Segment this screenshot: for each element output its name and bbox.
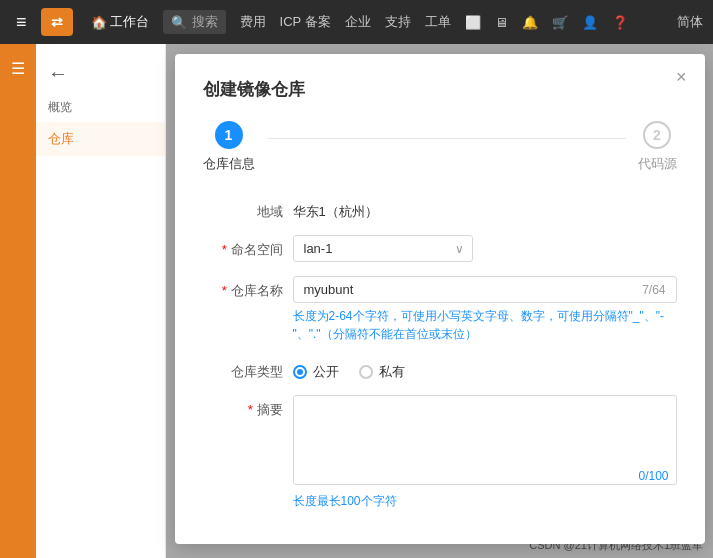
repo-type-label: 仓库类型 [203,357,283,381]
repo-name-input[interactable]: myubunt 7/64 [293,276,677,303]
left-panel-item-repo[interactable]: 仓库 [36,122,165,156]
radio-group: 公开 私有 [293,357,677,381]
namespace-select[interactable]: lan-1 ∨ [293,235,473,262]
repo-name-control: myubunt 7/64 长度为2-64个字符，可使用小写英文字母、数字，可使用… [293,276,677,343]
summary-label: 摘要 [203,395,283,419]
nav-items: 🏠 工作台 🔍 搜索 费用 ICP 备案 企业 支持 工单 ⬜ 🖥 🔔 🛒 👤 … [91,10,628,34]
modal-close-button[interactable]: × [676,68,687,86]
repo-type-control: 公开 私有 [293,357,677,381]
nav-search[interactable]: 🔍 搜索 [163,10,226,34]
sidebar: ☰ [0,44,36,558]
nav-user[interactable]: 👤 [582,15,598,30]
repo-name-value: myubunt [304,282,354,297]
nav-ticket[interactable]: 工单 [425,13,451,31]
navbar: ≡ ⇄ 🏠 工作台 🔍 搜索 费用 ICP 备案 企业 支持 工单 ⬜ 🖥 🔔 … [0,0,713,44]
radio-public-label: 公开 [313,363,339,381]
logo[interactable]: ⇄ [41,8,73,36]
nav-home[interactable]: 🏠 工作台 [91,13,149,31]
namespace-arrow: ∨ [455,242,464,256]
nav-support[interactable]: 支持 [385,13,411,31]
step-1-label: 仓库信息 [203,155,255,173]
main-layout: ☰ ← 概览 仓库 × 创建镜像仓库 1 仓库信息 [0,44,713,558]
step-1: 1 仓库信息 [203,121,255,173]
nav-icon1[interactable]: ⬜ [465,15,481,30]
nav-lang[interactable]: 简体 [677,13,703,31]
nav-bell[interactable]: 🔔 [522,15,538,30]
namespace-value: lan-1 [304,241,333,256]
textarea-wrapper: 0/100 [293,395,677,489]
form-row-repo-type: 仓库类型 公开 [203,357,677,381]
step-2-circle: 2 [643,121,671,149]
form: 地域 华东1（杭州） 命名空间 lan-1 ∨ [203,197,677,510]
repo-name-hint: 长度为2-64个字符，可使用小写英文字母、数字，可使用分隔符"_"、"-"、".… [293,307,677,343]
repo-name-label: 仓库名称 [203,276,283,300]
left-section-label: 概览 [36,93,165,122]
step-1-circle: 1 [215,121,243,149]
summary-counter: 0/100 [638,469,668,483]
menu-icon[interactable]: ≡ [10,8,33,37]
summary-control: 0/100 长度最长100个字符 [293,395,677,510]
nav-fee[interactable]: 费用 [240,13,266,31]
steps: 1 仓库信息 2 代码源 [203,121,677,173]
form-row-summary: 摘要 0/100 长度最长100个字符 [203,395,677,510]
sidebar-menu-icon[interactable]: ☰ [6,54,30,83]
left-panel: ← 概览 仓库 [36,44,166,558]
radio-public[interactable]: 公开 [293,363,339,381]
nav-icp[interactable]: ICP 备案 [280,13,331,31]
step-2: 2 代码源 [638,121,677,173]
nav-enterprise[interactable]: 企业 [345,13,371,31]
radio-public-dot [297,369,303,375]
radio-public-circle [293,365,307,379]
modal-overlay: × 创建镜像仓库 1 仓库信息 2 代码源 [166,44,713,558]
region-label: 地域 [203,197,283,221]
repo-name-counter: 7/64 [642,283,665,297]
summary-hint: 长度最长100个字符 [293,493,677,510]
step-2-label: 代码源 [638,155,677,173]
radio-private-label: 私有 [379,363,405,381]
logo-icon: ⇄ [51,14,63,30]
form-row-namespace: 命名空间 lan-1 ∨ [203,235,677,262]
back-button[interactable]: ← [36,54,165,93]
namespace-label: 命名空间 [203,235,283,259]
nav-cart[interactable]: 🛒 [552,15,568,30]
radio-private-circle [359,365,373,379]
navbar-right: 简体 [677,13,703,31]
modal-title: 创建镜像仓库 [203,78,677,101]
form-row-region: 地域 华东1（杭州） [203,197,677,221]
content-area: × 创建镜像仓库 1 仓库信息 2 代码源 [166,44,713,558]
region-value: 华东1（杭州） [293,197,378,221]
form-row-repo-name: 仓库名称 myubunt 7/64 长度为2-64个字符，可使用小写英文字母、数… [203,276,677,343]
namespace-control: lan-1 ∨ [293,235,677,262]
nav-icon2[interactable]: 🖥 [495,15,508,30]
step-line [267,138,626,139]
modal: × 创建镜像仓库 1 仓库信息 2 代码源 [175,54,705,544]
summary-textarea[interactable] [293,395,677,485]
nav-help[interactable]: ❓ [612,15,628,30]
radio-private[interactable]: 私有 [359,363,405,381]
